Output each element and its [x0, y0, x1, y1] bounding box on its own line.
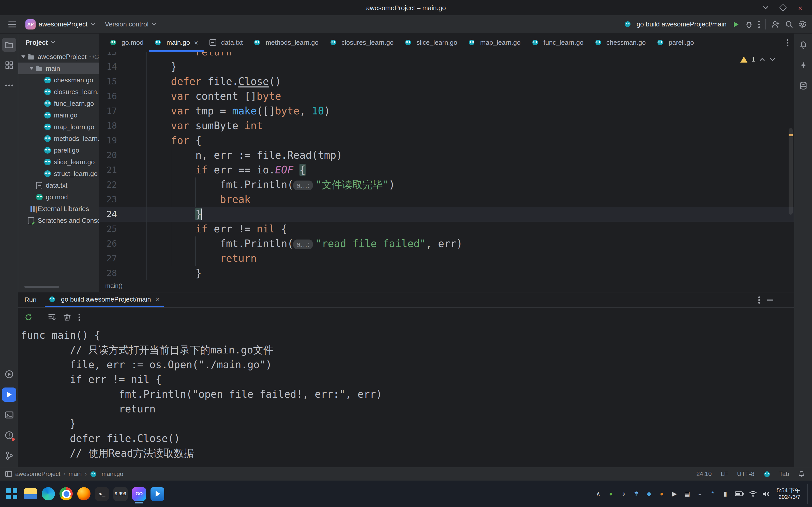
editor-tab-go.mod[interactable]: go.mod [104, 34, 149, 52]
wifi-icon[interactable] [749, 491, 757, 497]
editor-code-region[interactable]: 13141516171819202122232425262728 return … [99, 52, 794, 280]
taskbar-app-app-blue[interactable] [189, 486, 204, 501]
notifications-bell-icon[interactable] [796, 38, 810, 52]
editor-tab-data.txt[interactable]: data.txt [204, 34, 248, 52]
run-tab-close-icon[interactable]: × [156, 295, 160, 303]
run-options-icon[interactable] [758, 296, 760, 304]
git-tool-icon[interactable] [2, 449, 16, 463]
ai-assistant-icon[interactable] [796, 58, 810, 72]
editor-tab-chessman.go[interactable]: chessman.go [589, 34, 651, 52]
terminal-tool-icon[interactable] [2, 408, 16, 422]
taskbar-app-media[interactable] [151, 487, 164, 501]
inspections-widget[interactable]: 1 [741, 56, 775, 63]
run-tool-icon[interactable] [2, 388, 16, 402]
editor-tab-func_learn.go[interactable]: func_learn.go [526, 34, 589, 52]
taskbar-clock[interactable]: 5:54 下午 2024/3/7 [777, 487, 800, 500]
tab-close-icon[interactable]: × [194, 39, 198, 47]
console-more-icon[interactable] [78, 314, 80, 322]
scroll-to-end-icon[interactable] [48, 314, 56, 322]
taskbar-app-start[interactable] [6, 488, 17, 499]
tray-icon-3[interactable]: ♪ [620, 490, 628, 497]
tab-options-icon[interactable] [787, 39, 789, 47]
window-shade-icon[interactable] [759, 2, 772, 13]
taskbar-app-chrome[interactable] [59, 487, 73, 500]
run-button[interactable] [732, 20, 740, 28]
tray-icon-2[interactable]: ● [607, 490, 615, 497]
run-configuration[interactable]: go build awesomeProject/main [624, 20, 727, 28]
editor-code[interactable]: return } defer file.Close() var content … [147, 52, 787, 280]
tree-item-map_learn.go[interactable]: map_learn.go [18, 121, 99, 133]
run-tab[interactable]: go build awesomeProject/main × [45, 293, 164, 307]
tree-item-awesomeProject[interactable]: awesomeProject~/Gola… [18, 51, 99, 63]
tree-item-External Libraries[interactable]: External Libraries [18, 203, 99, 215]
breadcrumb-item[interactable]: main.go [102, 470, 123, 477]
editor-tab-closures_learn.go[interactable]: closures_learn.go [324, 34, 399, 52]
tree-item-main.go[interactable]: main.go [18, 109, 99, 121]
tray-icon-9[interactable]: ◒ [696, 490, 704, 497]
scrollbar-thumb[interactable] [789, 128, 793, 215]
taskbar-app-app-pink[interactable] [169, 486, 184, 501]
tree-item-slice_learn.go[interactable]: slice_learn.go [18, 156, 99, 168]
taskbar-app-goland[interactable]: GO [132, 487, 146, 501]
project-widget[interactable]: AP awesomeProject [22, 17, 99, 31]
project-panel-header[interactable]: Project [18, 34, 99, 51]
structure-tool-icon[interactable] [2, 58, 16, 72]
prev-warning-icon[interactable] [759, 57, 765, 62]
window-maximize-icon[interactable] [776, 2, 790, 13]
rerun-icon[interactable] [24, 314, 33, 322]
tree-item-go.mod[interactable]: go.mod [18, 191, 99, 203]
tree-item-closures_learn.go[interactable]: closures_learn.go [18, 86, 99, 98]
notifications-icon[interactable] [798, 470, 805, 477]
tray-icon-4[interactable]: ☂ [632, 490, 640, 497]
editor-tab-methods_learn.go[interactable]: methods_learn.go [248, 34, 324, 52]
breadcrumb[interactable]: main() [105, 282, 122, 290]
taskbar-app-chat[interactable]: 9,999 [113, 487, 128, 501]
tree-item-func_learn.go[interactable]: func_learn.go [18, 98, 99, 109]
indent-style[interactable]: Tab [779, 470, 789, 477]
tree-item-struct_learn.go[interactable]: struct_learn.go [18, 168, 99, 179]
code-with-me-icon[interactable] [771, 20, 780, 28]
minimize-panel-icon[interactable] [767, 299, 773, 300]
editor-tab-parell.go[interactable]: parell.go [651, 34, 700, 52]
tree-item-main[interactable]: main [18, 63, 99, 74]
volume-icon[interactable] [762, 491, 769, 497]
tray-icon-11[interactable]: ▮ [721, 490, 730, 497]
breadcrumb-item[interactable]: awesomeProject [15, 470, 60, 477]
debug-button[interactable] [745, 20, 753, 28]
editor-tab-map_learn.go[interactable]: map_learn.go [463, 34, 526, 52]
taskbar-app-firefox[interactable] [77, 487, 91, 500]
tray-icon-8[interactable]: ▤ [683, 490, 691, 497]
tray-icon-1[interactable]: ∧ [594, 490, 602, 497]
tree-item-methods_learn.go[interactable]: methods_learn.go [18, 133, 99, 145]
run-console[interactable]: func main() { // 只读方式打开当前目录下的main.go文件 f… [18, 327, 794, 467]
more-tools-icon[interactable] [2, 78, 16, 93]
search-icon[interactable] [785, 20, 793, 28]
editor-scrollbar[interactable] [788, 52, 794, 280]
tray-icon-6[interactable]: ● [658, 490, 666, 497]
tree-item-data.txt[interactable]: data.txt [18, 179, 99, 191]
project-tool-icon[interactable] [2, 38, 16, 52]
tray-icon-5[interactable]: ◆ [645, 490, 653, 497]
window-close-icon[interactable]: × [794, 2, 807, 13]
go-sdk-icon[interactable] [763, 471, 770, 477]
caret-position[interactable]: 24:10 [696, 470, 711, 477]
line-separator[interactable]: LF [721, 470, 728, 477]
tool-windows-icon[interactable] [5, 471, 12, 477]
tray-icon-7[interactable]: ▶ [671, 490, 679, 497]
tree-item-parell.go[interactable]: parell.go [18, 145, 99, 156]
database-tool-icon[interactable] [796, 78, 810, 93]
battery-icon[interactable] [735, 491, 744, 497]
show-desktop-button[interactable] [807, 484, 810, 504]
settings-gear-icon[interactable] [798, 20, 807, 29]
tree-item-chessman.go[interactable]: chessman.go [18, 74, 99, 86]
vcs-widget[interactable]: Version control [102, 17, 160, 31]
breadcrumb-item[interactable]: main [68, 470, 81, 477]
taskbar-app-terminal[interactable] [95, 487, 109, 501]
next-warning-icon[interactable] [769, 57, 775, 62]
clear-console-icon[interactable] [64, 314, 71, 322]
file-encoding[interactable]: UTF-8 [737, 470, 754, 477]
tree-item-Scratches and Consoles[interactable]: Scratches and Consoles [18, 215, 99, 226]
more-actions-icon[interactable] [758, 20, 760, 28]
editor-tab-main.go[interactable]: main.go× [149, 34, 204, 52]
project-scrollbar[interactable] [24, 286, 59, 288]
